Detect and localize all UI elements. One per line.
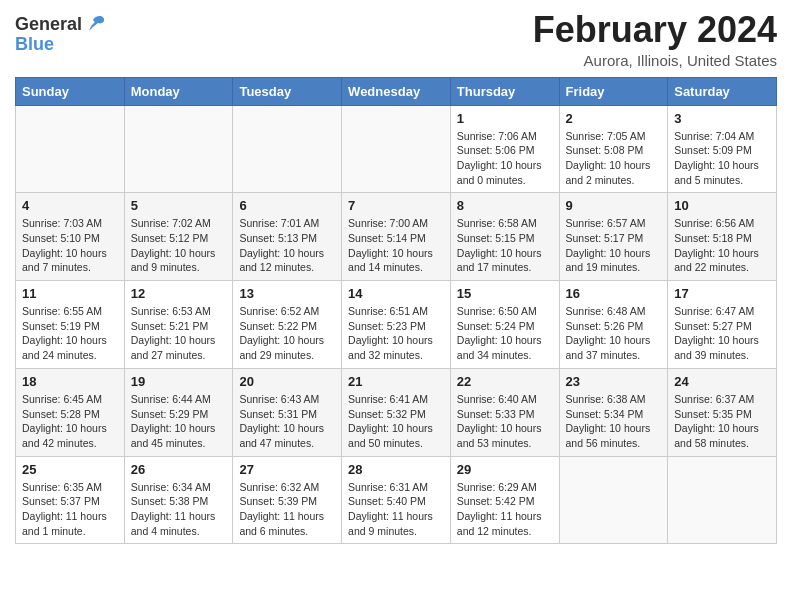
day-number: 29 [457, 462, 553, 477]
calendar-cell: 10Sunrise: 6:56 AM Sunset: 5:18 PM Dayli… [668, 193, 777, 281]
day-number: 8 [457, 198, 553, 213]
day-info: Sunrise: 6:55 AM Sunset: 5:19 PM Dayligh… [22, 304, 118, 363]
weekday-header-tuesday: Tuesday [233, 77, 342, 105]
calendar-cell: 24Sunrise: 6:37 AM Sunset: 5:35 PM Dayli… [668, 368, 777, 456]
day-info: Sunrise: 7:00 AM Sunset: 5:14 PM Dayligh… [348, 216, 444, 275]
day-number: 1 [457, 111, 553, 126]
calendar-cell: 27Sunrise: 6:32 AM Sunset: 5:39 PM Dayli… [233, 456, 342, 544]
calendar-cell: 18Sunrise: 6:45 AM Sunset: 5:28 PM Dayli… [16, 368, 125, 456]
calendar-cell [233, 105, 342, 193]
calendar-cell: 28Sunrise: 6:31 AM Sunset: 5:40 PM Dayli… [342, 456, 451, 544]
calendar-cell: 16Sunrise: 6:48 AM Sunset: 5:26 PM Dayli… [559, 281, 668, 369]
day-info: Sunrise: 6:31 AM Sunset: 5:40 PM Dayligh… [348, 480, 444, 539]
calendar-cell [559, 456, 668, 544]
calendar-cell: 25Sunrise: 6:35 AM Sunset: 5:37 PM Dayli… [16, 456, 125, 544]
calendar-week-row: 18Sunrise: 6:45 AM Sunset: 5:28 PM Dayli… [16, 368, 777, 456]
calendar-cell: 8Sunrise: 6:58 AM Sunset: 5:15 PM Daylig… [450, 193, 559, 281]
day-number: 18 [22, 374, 118, 389]
calendar-cell: 4Sunrise: 7:03 AM Sunset: 5:10 PM Daylig… [16, 193, 125, 281]
calendar-cell: 3Sunrise: 7:04 AM Sunset: 5:09 PM Daylig… [668, 105, 777, 193]
day-info: Sunrise: 6:32 AM Sunset: 5:39 PM Dayligh… [239, 480, 335, 539]
calendar-cell: 6Sunrise: 7:01 AM Sunset: 5:13 PM Daylig… [233, 193, 342, 281]
day-number: 16 [566, 286, 662, 301]
logo-general: General [15, 15, 82, 35]
day-info: Sunrise: 6:45 AM Sunset: 5:28 PM Dayligh… [22, 392, 118, 451]
calendar-cell: 5Sunrise: 7:02 AM Sunset: 5:12 PM Daylig… [124, 193, 233, 281]
day-info: Sunrise: 6:29 AM Sunset: 5:42 PM Dayligh… [457, 480, 553, 539]
day-info: Sunrise: 6:38 AM Sunset: 5:34 PM Dayligh… [566, 392, 662, 451]
day-number: 22 [457, 374, 553, 389]
calendar-cell: 19Sunrise: 6:44 AM Sunset: 5:29 PM Dayli… [124, 368, 233, 456]
day-info: Sunrise: 6:34 AM Sunset: 5:38 PM Dayligh… [131, 480, 227, 539]
day-info: Sunrise: 6:41 AM Sunset: 5:32 PM Dayligh… [348, 392, 444, 451]
calendar-cell [16, 105, 125, 193]
day-number: 10 [674, 198, 770, 213]
calendar-cell [668, 456, 777, 544]
day-info: Sunrise: 6:57 AM Sunset: 5:17 PM Dayligh… [566, 216, 662, 275]
calendar-cell [124, 105, 233, 193]
day-number: 7 [348, 198, 444, 213]
calendar-week-row: 1Sunrise: 7:06 AM Sunset: 5:06 PM Daylig… [16, 105, 777, 193]
weekday-header-row: SundayMondayTuesdayWednesdayThursdayFrid… [16, 77, 777, 105]
calendar-cell: 22Sunrise: 6:40 AM Sunset: 5:33 PM Dayli… [450, 368, 559, 456]
day-info: Sunrise: 7:06 AM Sunset: 5:06 PM Dayligh… [457, 129, 553, 188]
day-number: 14 [348, 286, 444, 301]
logo-blue: Blue [15, 35, 107, 55]
day-info: Sunrise: 6:58 AM Sunset: 5:15 PM Dayligh… [457, 216, 553, 275]
calendar-week-row: 4Sunrise: 7:03 AM Sunset: 5:10 PM Daylig… [16, 193, 777, 281]
weekday-header-monday: Monday [124, 77, 233, 105]
weekday-header-sunday: Sunday [16, 77, 125, 105]
day-number: 5 [131, 198, 227, 213]
calendar-cell: 29Sunrise: 6:29 AM Sunset: 5:42 PM Dayli… [450, 456, 559, 544]
day-info: Sunrise: 6:35 AM Sunset: 5:37 PM Dayligh… [22, 480, 118, 539]
logo: General Blue [15, 15, 107, 55]
day-number: 15 [457, 286, 553, 301]
day-number: 23 [566, 374, 662, 389]
day-number: 2 [566, 111, 662, 126]
day-info: Sunrise: 6:50 AM Sunset: 5:24 PM Dayligh… [457, 304, 553, 363]
calendar-cell: 12Sunrise: 6:53 AM Sunset: 5:21 PM Dayli… [124, 281, 233, 369]
day-info: Sunrise: 6:43 AM Sunset: 5:31 PM Dayligh… [239, 392, 335, 451]
day-number: 21 [348, 374, 444, 389]
day-info: Sunrise: 6:51 AM Sunset: 5:23 PM Dayligh… [348, 304, 444, 363]
day-info: Sunrise: 7:05 AM Sunset: 5:08 PM Dayligh… [566, 129, 662, 188]
calendar-cell: 15Sunrise: 6:50 AM Sunset: 5:24 PM Dayli… [450, 281, 559, 369]
calendar-cell: 21Sunrise: 6:41 AM Sunset: 5:32 PM Dayli… [342, 368, 451, 456]
day-number: 12 [131, 286, 227, 301]
calendar-table: SundayMondayTuesdayWednesdayThursdayFrid… [15, 77, 777, 545]
day-info: Sunrise: 6:44 AM Sunset: 5:29 PM Dayligh… [131, 392, 227, 451]
day-info: Sunrise: 6:47 AM Sunset: 5:27 PM Dayligh… [674, 304, 770, 363]
day-info: Sunrise: 7:01 AM Sunset: 5:13 PM Dayligh… [239, 216, 335, 275]
calendar-cell: 13Sunrise: 6:52 AM Sunset: 5:22 PM Dayli… [233, 281, 342, 369]
logo-line: General [15, 15, 107, 35]
month-title: February 2024 [533, 10, 777, 50]
location: Aurora, Illinois, United States [533, 52, 777, 69]
day-number: 9 [566, 198, 662, 213]
day-number: 25 [22, 462, 118, 477]
calendar-week-row: 11Sunrise: 6:55 AM Sunset: 5:19 PM Dayli… [16, 281, 777, 369]
day-number: 26 [131, 462, 227, 477]
day-info: Sunrise: 6:52 AM Sunset: 5:22 PM Dayligh… [239, 304, 335, 363]
calendar-cell: 2Sunrise: 7:05 AM Sunset: 5:08 PM Daylig… [559, 105, 668, 193]
day-info: Sunrise: 6:37 AM Sunset: 5:35 PM Dayligh… [674, 392, 770, 451]
calendar-cell: 23Sunrise: 6:38 AM Sunset: 5:34 PM Dayli… [559, 368, 668, 456]
logo-bird-icon [85, 13, 107, 35]
calendar-cell: 1Sunrise: 7:06 AM Sunset: 5:06 PM Daylig… [450, 105, 559, 193]
weekday-header-friday: Friday [559, 77, 668, 105]
header: General Blue February 2024 Aurora, Illin… [15, 10, 777, 69]
day-number: 3 [674, 111, 770, 126]
day-number: 28 [348, 462, 444, 477]
calendar-cell: 14Sunrise: 6:51 AM Sunset: 5:23 PM Dayli… [342, 281, 451, 369]
calendar-cell [342, 105, 451, 193]
day-info: Sunrise: 6:40 AM Sunset: 5:33 PM Dayligh… [457, 392, 553, 451]
day-info: Sunrise: 7:04 AM Sunset: 5:09 PM Dayligh… [674, 129, 770, 188]
day-number: 4 [22, 198, 118, 213]
weekday-header-wednesday: Wednesday [342, 77, 451, 105]
day-info: Sunrise: 6:48 AM Sunset: 5:26 PM Dayligh… [566, 304, 662, 363]
day-number: 20 [239, 374, 335, 389]
weekday-header-saturday: Saturday [668, 77, 777, 105]
weekday-header-thursday: Thursday [450, 77, 559, 105]
day-info: Sunrise: 6:53 AM Sunset: 5:21 PM Dayligh… [131, 304, 227, 363]
calendar-cell: 26Sunrise: 6:34 AM Sunset: 5:38 PM Dayli… [124, 456, 233, 544]
calendar-cell: 7Sunrise: 7:00 AM Sunset: 5:14 PM Daylig… [342, 193, 451, 281]
